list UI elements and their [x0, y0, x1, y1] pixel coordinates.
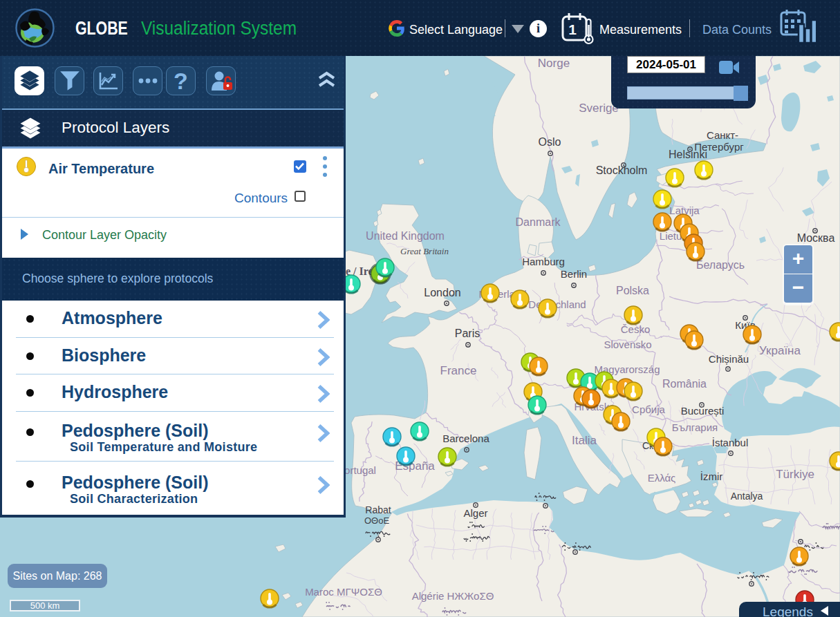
svg-text:Antalya: Antalya	[731, 491, 763, 502]
svg-text:Algérie ΗЖЖοΣΘ: Algérie ΗЖЖοΣΘ	[412, 590, 494, 602]
svg-text:Alger: Alger	[463, 507, 487, 519]
svg-text:Italia: Italia	[572, 434, 597, 447]
svg-text:Slovensko: Slovensko	[604, 339, 651, 350]
svg-text:Danmark: Danmark	[516, 216, 561, 228]
svg-text:Paris: Paris	[455, 328, 480, 339]
svg-text:България: България	[672, 421, 718, 433]
svg-text:Москва: Москва	[797, 232, 835, 244]
svg-text:Беларусь: Беларусь	[696, 259, 745, 271]
svg-text:Oslo: Oslo	[539, 136, 561, 148]
svg-text:Maroc ΜΓΨΟΣΘ: Maroc ΜΓΨΟΣΘ	[305, 586, 382, 598]
svg-text:Hamburg: Hamburg	[522, 256, 565, 267]
svg-text:1: 1	[568, 21, 577, 37]
svg-text:United Kingdom: United Kingdom	[366, 230, 445, 242]
svg-text:Deutschland: Deutschland	[528, 298, 586, 310]
svg-text:İzmir: İzmir	[700, 471, 723, 482]
svg-text:London: London	[424, 287, 460, 298]
svg-text:Ελλάς: Ελλάς	[648, 472, 676, 484]
svg-text:Chișinău: Chișinău	[709, 353, 749, 365]
svg-text:Norge: Norge	[538, 57, 570, 70]
svg-text:Україна: Україна	[759, 344, 801, 357]
svg-text:Berlin: Berlin	[561, 268, 587, 280]
svg-text:Česko: Česko	[621, 323, 651, 335]
svg-text:Türkiye: Türkiye	[776, 468, 814, 481]
svg-text:Polska: Polska	[616, 285, 649, 296]
svg-text:Србија: Србија	[632, 404, 665, 415]
svg-text:România: România	[662, 378, 707, 390]
svg-text:Barcelona: Barcelona	[442, 433, 489, 444]
svg-text:Петербург: Петербург	[694, 141, 744, 153]
svg-text:Great Britain: Great Britain	[400, 246, 449, 256]
svg-text:Rabat: Rabat	[365, 504, 391, 515]
svg-text:OΘoE: OΘoE	[364, 515, 389, 526]
svg-text:Санкт-: Санкт-	[707, 129, 738, 141]
svg-text:İstanbul: İstanbul	[712, 437, 749, 448]
svg-text:France: France	[440, 364, 477, 377]
